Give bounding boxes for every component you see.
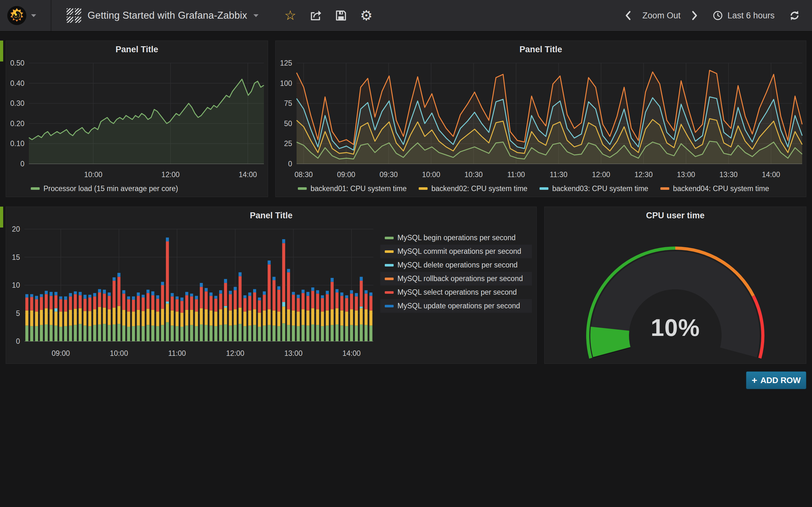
- share-icon: [309, 9, 322, 22]
- processor-load-chart[interactable]: 10:0012:0014:0000.100.200.300.400.50: [6, 55, 268, 182]
- settings-button[interactable]: ⚙: [355, 0, 377, 31]
- star-icon: ☆: [284, 9, 296, 22]
- svg-text:10:30: 10:30: [464, 170, 483, 179]
- svg-text:10: 10: [12, 281, 20, 289]
- caret-down-icon: [31, 14, 36, 17]
- legend-swatch: [385, 237, 394, 239]
- svg-text:12:00: 12:00: [161, 170, 180, 179]
- svg-text:50: 50: [284, 119, 292, 128]
- legend-item[interactable]: backend02: CPU system time: [419, 184, 527, 193]
- chart-legend: Processor load (15 min average per core): [31, 183, 178, 194]
- cpu-user-gauge[interactable]: [545, 222, 806, 363]
- panel-title[interactable]: Panel Title: [6, 45, 268, 55]
- caret-down-icon: [253, 14, 258, 17]
- legend-label: Processor load (15 min average per core): [44, 184, 178, 193]
- svg-text:100: 100: [280, 79, 292, 88]
- mysql-operations-chart[interactable]: 09:0010:0011:0012:0013:0014:0005101520: [6, 222, 376, 361]
- svg-text:12:00: 12:00: [226, 349, 245, 357]
- svg-text:0: 0: [20, 160, 24, 168]
- save-button[interactable]: [330, 0, 352, 31]
- svg-text:11:00: 11:00: [168, 349, 186, 357]
- legend-item[interactable]: MySQL rollback operations per second: [380, 272, 532, 285]
- svg-text:12:00: 12:00: [592, 170, 610, 179]
- gear-icon: ⚙: [360, 9, 372, 22]
- svg-text:75: 75: [284, 99, 292, 107]
- legend-item[interactable]: MySQL commit operations per second: [380, 245, 532, 258]
- chevron-right-icon: [691, 10, 698, 21]
- svg-text:11:30: 11:30: [550, 170, 567, 179]
- svg-text:09:00: 09:00: [337, 170, 355, 179]
- share-button[interactable]: [305, 0, 327, 31]
- panel-processor-load: Panel Title 10:0012:0014:0000.100.200.30…: [6, 41, 268, 197]
- row-collapse-tab[interactable]: [0, 207, 3, 228]
- svg-text:10:00: 10:00: [110, 349, 128, 357]
- svg-text:0: 0: [16, 337, 20, 345]
- panel-cpu-system-time: Panel Title 08:3009:0009:3010:0010:3011:…: [275, 41, 806, 197]
- gauge-value: 10%: [544, 314, 806, 341]
- legend-swatch: [385, 250, 394, 253]
- panel-cpu-user-time: CPU user time 10%: [544, 207, 806, 364]
- dashboard-grid-icon: [67, 8, 81, 23]
- legend-item[interactable]: MySQL update operations per second: [380, 299, 532, 313]
- legend-swatch: [31, 187, 40, 190]
- legend-item[interactable]: MySQL delete operations per second: [380, 258, 532, 272]
- legend-label: backend04: CPU system time: [673, 184, 769, 193]
- legend-item[interactable]: MySQL select operations per second: [380, 285, 532, 299]
- svg-text:0.40: 0.40: [10, 79, 24, 88]
- legend-label: MySQL rollback operations per second: [397, 274, 523, 283]
- legend-label: MySQL commit operations per second: [397, 247, 521, 256]
- svg-text:125: 125: [280, 59, 292, 67]
- svg-text:13:00: 13:00: [284, 349, 303, 357]
- dashboard-title-button[interactable]: Getting Started with Grafana-Zabbix: [59, 0, 266, 31]
- svg-text:08:30: 08:30: [295, 170, 313, 179]
- legend-swatch: [385, 278, 394, 280]
- panel-title[interactable]: Panel Title: [6, 211, 537, 221]
- svg-text:0.10: 0.10: [10, 139, 24, 148]
- legend-swatch: [298, 187, 307, 190]
- zoom-out-button[interactable]: Zoom Out: [641, 0, 682, 31]
- legend-swatch: [660, 187, 669, 190]
- save-icon: [334, 9, 348, 22]
- legend-label: backend03: CPU system time: [552, 184, 648, 193]
- svg-text:14:00: 14:00: [342, 349, 361, 357]
- zoom-out-label: Zoom Out: [642, 11, 680, 20]
- svg-text:0.30: 0.30: [10, 99, 24, 107]
- svg-text:13:00: 13:00: [677, 170, 695, 179]
- legend-item[interactable]: backend01: CPU system time: [298, 184, 407, 193]
- legend-item[interactable]: backend04: CPU system time: [660, 184, 769, 193]
- panel-title[interactable]: CPU user time: [545, 211, 806, 221]
- svg-text:10:00: 10:00: [84, 170, 102, 179]
- add-row-button[interactable]: + ADD ROW: [746, 372, 806, 389]
- cpu-system-chart[interactable]: 08:3009:0009:3010:0010:3011:0011:3012:00…: [275, 55, 806, 182]
- svg-text:0.20: 0.20: [10, 119, 24, 128]
- legend-item[interactable]: Processor load (15 min average per core): [31, 184, 178, 193]
- legend-item[interactable]: MySQL begin operations per second: [380, 231, 532, 245]
- legend-swatch: [385, 264, 394, 267]
- plus-icon: +: [752, 375, 757, 386]
- legend-label: MySQL select operations per second: [397, 288, 517, 297]
- grafana-logo-icon: [7, 6, 27, 25]
- svg-text:14:00: 14:00: [239, 170, 257, 179]
- panel-title[interactable]: Panel Title: [275, 45, 806, 55]
- svg-text:09:00: 09:00: [52, 349, 70, 357]
- time-range-button[interactable]: Last 6 hours: [706, 0, 780, 31]
- svg-text:5: 5: [16, 309, 20, 318]
- svg-text:13:30: 13:30: [719, 170, 738, 179]
- svg-text:0.50: 0.50: [10, 59, 24, 67]
- row-collapse-tab[interactable]: [0, 41, 3, 61]
- refresh-icon: [789, 9, 801, 21]
- legend-item[interactable]: backend03: CPU system time: [540, 184, 648, 193]
- svg-text:20: 20: [12, 225, 20, 233]
- svg-text:12:30: 12:30: [635, 170, 653, 179]
- navbar: Getting Started with Grafana-Zabbix ☆ ⚙ …: [0, 0, 812, 32]
- time-forward-button[interactable]: [685, 0, 704, 31]
- legend-label: MySQL delete operations per second: [397, 261, 518, 269]
- grafana-menu-button[interactable]: [0, 0, 51, 31]
- time-back-button[interactable]: [619, 0, 638, 31]
- refresh-button[interactable]: [783, 0, 806, 31]
- time-range-label: Last 6 hours: [727, 11, 774, 20]
- star-button[interactable]: ☆: [279, 0, 301, 31]
- legend-label: MySQL begin operations per second: [397, 233, 515, 242]
- legend-swatch: [385, 291, 394, 294]
- legend-label: MySQL update operations per second: [397, 302, 520, 310]
